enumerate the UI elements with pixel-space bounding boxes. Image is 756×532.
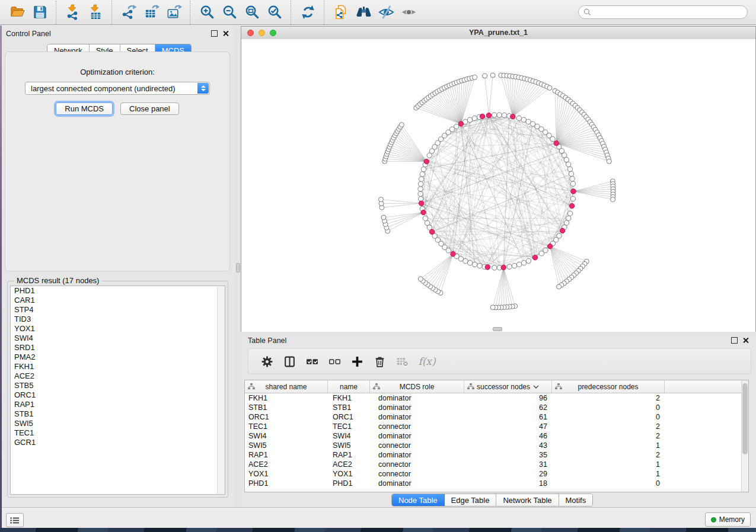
zoom-fit-icon[interactable] xyxy=(242,2,262,23)
mcds-result-item[interactable]: STB1 xyxy=(11,409,225,419)
zoom-selected-icon[interactable] xyxy=(264,2,285,23)
mcds-result-item[interactable]: FKH1 xyxy=(11,362,225,371)
search-box[interactable] xyxy=(578,5,748,19)
cell-shared-name: PHD1 xyxy=(245,479,328,488)
mcds-result-item[interactable]: CAR1 xyxy=(11,296,225,305)
column-type-icon xyxy=(467,383,474,392)
refresh-layout-icon[interactable] xyxy=(298,2,318,23)
mcds-result-title: MCDS result (17 nodes) xyxy=(14,276,101,285)
mcds-result-list[interactable]: PHD1CAR1STP4TID3YOX1SWI4SRD1PMA2FKH1ACE2… xyxy=(10,286,225,495)
table-scrollbar[interactable] xyxy=(741,380,748,492)
export-table-icon[interactable] xyxy=(141,2,161,23)
vertical-splitter-handle[interactable] xyxy=(236,263,240,273)
table-row[interactable]: FKH1FKH1dominator962 xyxy=(245,393,748,403)
tab-node-table[interactable]: Node Table xyxy=(392,494,445,506)
run-mcds-button[interactable]: Run MCDS xyxy=(56,102,113,115)
mcds-result-item[interactable]: STP4 xyxy=(11,305,225,315)
mcds-result-item[interactable]: SWI5 xyxy=(11,419,225,428)
show-panels-button[interactable] xyxy=(6,513,24,527)
criterion-select[interactable]: largest connected component (undirected) xyxy=(25,82,210,95)
float-panel-icon[interactable] xyxy=(211,30,218,37)
open-file-icon[interactable] xyxy=(7,2,27,23)
cell-predecessor-nodes: 2 xyxy=(552,431,665,441)
column-type-icon xyxy=(373,383,380,392)
clone-network-icon[interactable] xyxy=(331,2,351,23)
mcds-result-item[interactable]: PHD1 xyxy=(11,286,225,296)
tab-edge-table[interactable]: Edge Table xyxy=(445,494,497,506)
close-panel-icon[interactable] xyxy=(222,30,229,37)
cell-MCDS-role: connector xyxy=(370,422,464,431)
mcds-result-item[interactable]: SRD1 xyxy=(11,343,225,352)
cell-shared-name: FKH1 xyxy=(245,393,328,403)
search-network-icon[interactable] xyxy=(353,2,374,23)
cell-successor-nodes: 31 xyxy=(464,460,552,469)
import-network-icon[interactable] xyxy=(63,2,83,23)
mcds-result-item[interactable]: SWI4 xyxy=(11,334,225,343)
node-table-body: FKH1FKH1dominator962STB1STB1dominator620… xyxy=(245,393,748,488)
mcds-result-item[interactable]: GCR1 xyxy=(11,438,225,447)
column-header-shared-name[interactable]: shared name xyxy=(245,380,328,393)
close-table-panel-icon[interactable] xyxy=(742,337,749,344)
search-input[interactable] xyxy=(594,8,747,17)
table-settings-icon[interactable] xyxy=(259,354,275,369)
delete-column-icon[interactable] xyxy=(372,354,387,369)
column-header-successor-nodes[interactable]: successor nodes xyxy=(464,380,552,393)
column-visibility-icon[interactable] xyxy=(282,354,297,369)
deselect-all-rows-icon[interactable] xyxy=(327,354,342,369)
cell-name: TEC1 xyxy=(328,422,370,431)
table-tabs: Node TableEdge TableNetwork TableMotifs xyxy=(391,493,593,507)
close-panel-button[interactable]: Close panel xyxy=(120,102,179,115)
table-row[interactable]: SWI5SWI5connector431 xyxy=(245,441,748,450)
tab-motifs[interactable]: Motifs xyxy=(559,494,593,506)
table-row[interactable]: TEC1TEC1connector472 xyxy=(245,422,748,431)
result-list-scrollbar[interactable] xyxy=(217,286,225,494)
mcds-result-item[interactable]: ORC1 xyxy=(11,390,225,400)
zoom-out-icon[interactable] xyxy=(219,2,240,23)
cell-name: SWI4 xyxy=(328,431,370,441)
show-all-icon[interactable] xyxy=(398,2,419,23)
table-row[interactable]: ORC1ORC1dominator610 xyxy=(245,412,748,422)
network-canvas[interactable] xyxy=(241,39,755,332)
table-row[interactable]: ACE2ACE2connector311 xyxy=(245,460,748,469)
cell-successor-nodes: 46 xyxy=(464,431,552,441)
mcds-result-item[interactable]: YOX1 xyxy=(11,324,225,334)
search-icon xyxy=(583,8,592,17)
column-header-predecessor-nodes[interactable]: predecessor nodes xyxy=(552,380,665,393)
tab-network-table[interactable]: Network Table xyxy=(496,494,559,506)
export-network-icon[interactable] xyxy=(119,2,139,23)
mcds-result-item[interactable]: TEC1 xyxy=(11,428,225,438)
import-table-icon[interactable] xyxy=(85,2,106,23)
horizontal-splitter-handle[interactable] xyxy=(493,327,502,331)
column-header-MCDS-role[interactable]: MCDS role xyxy=(370,380,464,393)
column-header-name[interactable]: name xyxy=(328,380,370,393)
cell-MCDS-role: dominator xyxy=(370,479,464,488)
export-image-icon[interactable] xyxy=(164,2,184,23)
table-scrollbar-thumb[interactable] xyxy=(742,383,748,454)
hide-selected-icon[interactable] xyxy=(376,2,396,23)
float-table-panel-icon[interactable] xyxy=(731,337,738,344)
memory-button[interactable]: Memory xyxy=(705,512,751,527)
table-row[interactable]: STB1STB1dominator620 xyxy=(245,403,748,412)
table-row[interactable]: PHD1PHD1dominator180 xyxy=(245,479,748,488)
add-column-icon[interactable] xyxy=(349,354,365,369)
criterion-select-value: largest connected component (undirected) xyxy=(31,84,176,93)
select-all-rows-icon[interactable] xyxy=(304,354,320,369)
delete-table-icon[interactable] xyxy=(394,354,410,369)
table-row[interactable]: YOX1YOX1connector291 xyxy=(245,469,748,479)
mcds-result-item[interactable]: ACE2 xyxy=(11,371,225,381)
cell-predecessor-nodes: 1 xyxy=(552,441,665,450)
cell-successor-nodes: 35 xyxy=(464,450,552,460)
zoom-in-icon[interactable] xyxy=(197,2,217,23)
save-session-icon[interactable] xyxy=(30,2,50,23)
network-view-window: YPA_prune.txt_1 xyxy=(241,26,756,332)
mcds-result-item[interactable]: PMA2 xyxy=(11,352,225,362)
mcds-result-item[interactable]: STB5 xyxy=(11,381,225,390)
toolbar-separator xyxy=(111,1,113,24)
table-row[interactable]: SWI4SWI4dominator462 xyxy=(245,431,748,441)
mcds-result-item[interactable]: TID3 xyxy=(11,315,225,324)
table-row[interactable]: RAP1RAP1dominator352 xyxy=(245,450,748,460)
column-header-filler xyxy=(665,380,748,393)
mcds-result-item[interactable]: RAP1 xyxy=(11,400,225,409)
network-window-titlebar[interactable]: YPA_prune.txt_1 xyxy=(241,27,755,40)
function-builder-icon[interactable]: f(x) xyxy=(417,354,437,369)
